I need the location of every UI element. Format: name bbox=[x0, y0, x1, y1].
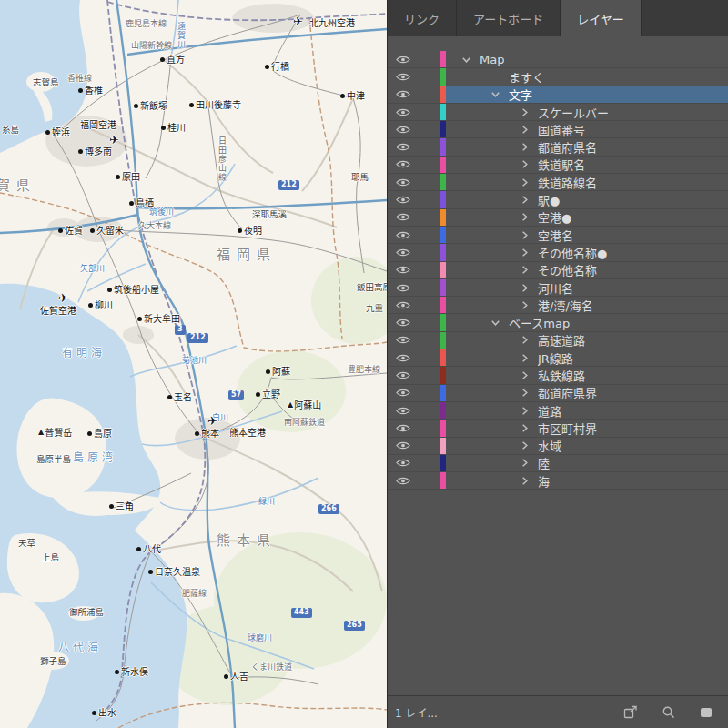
visibility-toggle[interactable] bbox=[388, 227, 440, 243]
layer-row[interactable]: 空港● bbox=[388, 209, 728, 227]
visibility-toggle[interactable] bbox=[388, 244, 440, 260]
layer-name[interactable]: その他名称 bbox=[538, 261, 597, 278]
visibility-toggle[interactable] bbox=[388, 420, 440, 436]
layer-row[interactable]: ベースmap bbox=[388, 314, 728, 331]
collect-for-export-icon[interactable] bbox=[623, 705, 638, 719]
layer-row[interactable]: その他名称● bbox=[388, 244, 728, 261]
layer-row[interactable]: 都道府県名 bbox=[388, 138, 728, 156]
visibility-toggle[interactable] bbox=[388, 385, 440, 401]
layer-name[interactable]: ますく bbox=[509, 68, 544, 86]
visibility-toggle[interactable] bbox=[388, 367, 440, 383]
layer-row[interactable]: 水域 bbox=[388, 438, 728, 455]
layer-row[interactable]: 鉄道駅名 bbox=[388, 157, 728, 174]
expand-chevron-icon[interactable] bbox=[519, 387, 531, 399]
layer-row[interactable]: Map bbox=[388, 51, 728, 68]
panel-tab[interactable]: レイヤー bbox=[561, 0, 642, 36]
visibility-toggle[interactable] bbox=[388, 438, 440, 454]
layer-row[interactable]: 都道府県界 bbox=[388, 385, 728, 402]
layer-row[interactable]: 河川名 bbox=[388, 279, 728, 297]
layer-row[interactable]: ますく bbox=[388, 68, 728, 86]
layer-name[interactable]: 河川名 bbox=[538, 279, 573, 297]
visibility-toggle[interactable] bbox=[388, 455, 440, 471]
layer-row[interactable]: スケールバー bbox=[388, 104, 728, 121]
layer-name[interactable]: 市区町村界 bbox=[538, 420, 597, 437]
expand-chevron-icon[interactable] bbox=[519, 229, 531, 241]
expand-chevron-icon[interactable] bbox=[519, 457, 531, 469]
visibility-toggle[interactable] bbox=[388, 86, 440, 103]
visibility-toggle[interactable] bbox=[388, 68, 440, 85]
layer-name[interactable]: 港/湾/海名 bbox=[538, 297, 593, 314]
expand-chevron-icon[interactable] bbox=[519, 106, 531, 118]
layer-row[interactable]: 鉄道路線名 bbox=[388, 174, 728, 191]
layer-name[interactable]: スケールバー bbox=[538, 104, 609, 121]
layer-name[interactable]: 海 bbox=[538, 472, 550, 490]
layer-name[interactable]: 駅● bbox=[538, 191, 560, 208]
layer-name[interactable]: 都道府県名 bbox=[538, 138, 597, 156]
layer-name[interactable]: 空港名 bbox=[538, 227, 573, 244]
expand-chevron-icon[interactable] bbox=[519, 440, 531, 451]
layer-row[interactable]: 道路 bbox=[388, 402, 728, 420]
layer-name[interactable]: ベースmap bbox=[509, 314, 570, 331]
visibility-toggle[interactable] bbox=[388, 332, 440, 349]
visibility-toggle[interactable] bbox=[388, 157, 440, 173]
visibility-toggle[interactable] bbox=[388, 209, 440, 226]
layer-name[interactable]: 文字 bbox=[509, 86, 532, 103]
expand-chevron-icon[interactable] bbox=[519, 211, 531, 223]
layer-name[interactable]: 高速道路 bbox=[538, 331, 585, 349]
expand-chevron-icon[interactable] bbox=[519, 475, 531, 487]
layer-name[interactable]: Map bbox=[480, 53, 504, 66]
visibility-toggle[interactable] bbox=[388, 349, 440, 366]
layer-row[interactable]: 私鉄線路 bbox=[388, 367, 728, 384]
visibility-toggle[interactable] bbox=[388, 297, 440, 313]
visibility-toggle[interactable] bbox=[388, 314, 440, 330]
expand-chevron-icon[interactable] bbox=[519, 282, 531, 294]
layer-row[interactable]: その他名称 bbox=[388, 262, 728, 279]
layer-name[interactable]: その他名称● bbox=[538, 244, 607, 261]
layer-row[interactable]: 港/湾/海名 bbox=[388, 297, 728, 314]
layer-name[interactable]: 鉄道路線名 bbox=[538, 174, 597, 191]
expand-chevron-icon[interactable] bbox=[519, 352, 531, 364]
layer-row[interactable]: 空港名 bbox=[388, 227, 728, 244]
expand-chevron-icon[interactable] bbox=[519, 141, 531, 153]
expand-chevron-icon[interactable] bbox=[519, 334, 531, 346]
visibility-toggle[interactable] bbox=[388, 402, 440, 419]
expand-chevron-icon[interactable] bbox=[519, 247, 531, 258]
visibility-toggle[interactable] bbox=[388, 51, 440, 67]
layer-name[interactable]: JR線路 bbox=[538, 349, 573, 367]
expand-chevron-icon[interactable] bbox=[490, 317, 501, 329]
expand-chevron-icon[interactable] bbox=[519, 264, 531, 276]
visibility-toggle[interactable] bbox=[388, 174, 440, 190]
visibility-toggle[interactable] bbox=[388, 191, 440, 207]
expand-chevron-icon[interactable] bbox=[519, 299, 531, 311]
expand-chevron-icon[interactable] bbox=[519, 422, 531, 434]
layer-name[interactable]: 水域 bbox=[538, 437, 561, 454]
layer-name[interactable]: 道路 bbox=[538, 402, 561, 420]
layer-row[interactable]: 高速道路 bbox=[388, 332, 728, 349]
expand-chevron-icon[interactable] bbox=[490, 88, 501, 100]
layer-row[interactable]: 駅● bbox=[388, 191, 728, 208]
layer-name[interactable]: 都道府県界 bbox=[538, 384, 597, 401]
expand-chevron-icon[interactable] bbox=[460, 54, 472, 66]
new-layer-icon[interactable] bbox=[699, 706, 713, 719]
visibility-toggle[interactable] bbox=[388, 104, 440, 120]
expand-chevron-icon[interactable] bbox=[519, 369, 531, 381]
layer-row[interactable]: 海 bbox=[388, 472, 728, 490]
search-icon[interactable] bbox=[662, 705, 675, 719]
expand-chevron-icon[interactable] bbox=[519, 158, 531, 170]
layer-row[interactable]: 陸 bbox=[388, 455, 728, 472]
layer-name[interactable]: 私鉄線路 bbox=[538, 367, 585, 384]
visibility-toggle[interactable] bbox=[388, 279, 440, 296]
expand-chevron-icon[interactable] bbox=[519, 177, 531, 188]
layer-row[interactable]: 市区町村界 bbox=[388, 420, 728, 437]
layer-name[interactable]: 陸 bbox=[538, 454, 550, 471]
expand-chevron-icon[interactable] bbox=[519, 194, 531, 206]
expand-chevron-icon[interactable] bbox=[519, 405, 531, 417]
panel-tab[interactable]: アートボード bbox=[457, 0, 561, 36]
visibility-toggle[interactable] bbox=[388, 138, 440, 155]
visibility-toggle[interactable] bbox=[388, 262, 440, 278]
layer-row[interactable]: 文字 bbox=[388, 86, 728, 104]
expand-chevron-icon[interactable] bbox=[519, 124, 531, 136]
layer-name[interactable]: 鉄道駅名 bbox=[538, 156, 585, 173]
panel-tab[interactable]: リンク bbox=[388, 0, 457, 36]
visibility-toggle[interactable] bbox=[388, 472, 440, 489]
